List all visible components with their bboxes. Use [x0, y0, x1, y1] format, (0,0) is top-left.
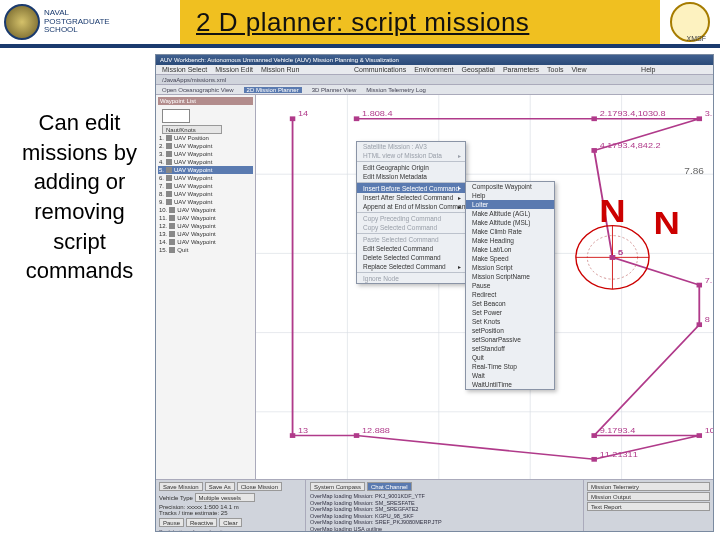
- context-menu-item[interactable]: Edit Mission Metadata: [357, 172, 465, 181]
- submenu-item[interactable]: Composite Waypoint: [466, 182, 554, 191]
- menu-tools[interactable]: Tools: [547, 66, 563, 73]
- submenu-item[interactable]: Set Power: [466, 308, 554, 317]
- submenu-item[interactable]: Set Knots: [466, 317, 554, 326]
- units-button[interactable]: Naut/Knots: [162, 125, 222, 134]
- waypoint-row[interactable]: 14.UAV Waypoint: [158, 238, 253, 246]
- submenu-item[interactable]: Set Beacon: [466, 299, 554, 308]
- waypoint-row[interactable]: 11.UAV Waypoint: [158, 214, 253, 222]
- waypoint-row[interactable]: 7.UAV Waypoint: [158, 182, 253, 190]
- svg-text:N: N: [654, 205, 680, 240]
- waypoint-marker[interactable]: 12.888: [354, 426, 390, 438]
- tab-telemetry[interactable]: Mission Telemetry Log: [366, 87, 426, 93]
- waypoint-marker[interactable]: 7.190 C,1030.8: [697, 275, 713, 287]
- submenu-item[interactable]: Real-Time Stop: [466, 362, 554, 371]
- submenu-item[interactable]: Pause: [466, 281, 554, 290]
- text-report-button[interactable]: Text Report: [587, 502, 710, 511]
- svg-rect-14: [354, 116, 359, 121]
- menu-communications[interactable]: Communications: [354, 66, 406, 73]
- menu-mission-edit[interactable]: Mission Edit: [215, 66, 253, 73]
- context-menu-item[interactable]: Edit Geographic Origin: [357, 161, 465, 172]
- waypoint-row[interactable]: 15.Quit: [158, 246, 253, 254]
- svg-text:9.1793.4: 9.1793.4: [600, 426, 636, 435]
- submenu-item[interactable]: Make Climb Rate: [466, 227, 554, 236]
- waypoint-marker[interactable]: 10.2253.1793.4: [697, 426, 713, 438]
- context-menu[interactable]: Satellite Mission : AV3HTML view of Miss…: [356, 141, 466, 284]
- menu-environment[interactable]: Environment: [414, 66, 453, 73]
- submenu-item[interactable]: Wait: [466, 371, 554, 380]
- svg-text:12.888: 12.888: [362, 426, 390, 435]
- chat-channel-tab[interactable]: Chat Channel: [367, 482, 412, 491]
- vehicle-type-select[interactable]: Multiple vessels: [195, 493, 255, 502]
- save-as-button[interactable]: Save As: [205, 482, 235, 491]
- context-menu-item[interactable]: Delete Selected Command: [357, 253, 465, 262]
- waypoint-row[interactable]: 5.UAV Waypoint: [158, 166, 253, 174]
- submenu-item[interactable]: Make Lat/Lon: [466, 245, 554, 254]
- svg-text:10.2253.1793.4: 10.2253.1793.4: [705, 426, 713, 435]
- svg-rect-32: [697, 433, 702, 438]
- chevron-right-icon: ▸: [458, 194, 461, 201]
- context-submenu[interactable]: Composite WaypointHelpLoiterMake Altitud…: [465, 181, 555, 390]
- menu-mission-select[interactable]: Mission Select: [162, 66, 207, 73]
- submenu-item[interactable]: Make Altitude (MSL): [466, 218, 554, 227]
- submenu-item[interactable]: WaitUntilTime: [466, 380, 554, 389]
- system-compass-tab[interactable]: System Compass: [310, 482, 365, 491]
- clear-button[interactable]: Clear: [219, 518, 241, 527]
- waypoint-icon: [166, 159, 172, 165]
- submenu-item[interactable]: Mission Script: [466, 263, 554, 272]
- log-output: OverMap loading Mission: PKJ_9001KDF_YTF…: [310, 493, 579, 532]
- waypoint-header: Waypoint List: [158, 97, 253, 105]
- waypoint-row[interactable]: 6.UAV Waypoint: [158, 174, 253, 182]
- submenu-item[interactable]: Make Speed: [466, 254, 554, 263]
- submenu-item[interactable]: Mission ScriptName: [466, 272, 554, 281]
- submenu-item[interactable]: Make Altitude (AGL): [466, 209, 554, 218]
- waypoint-row[interactable]: 13.UAV Waypoint: [158, 230, 253, 238]
- submenu-item[interactable]: Loiter: [466, 200, 554, 209]
- waypoint-marker[interactable]: 14: [290, 109, 309, 121]
- context-menu-item[interactable]: Insert Before Selected Command▸: [357, 182, 465, 193]
- waypoint-row[interactable]: 9.UAV Waypoint: [158, 198, 253, 206]
- menu-geospatial[interactable]: Geospatial: [461, 66, 494, 73]
- menu-parameters[interactable]: Parameters: [503, 66, 539, 73]
- close-mission-button[interactable]: Close Mission: [237, 482, 282, 491]
- mission-output-button[interactable]: Mission Output: [587, 492, 710, 501]
- save-mission-button[interactable]: Save Mission: [159, 482, 203, 491]
- submenu-item[interactable]: Quit: [466, 353, 554, 362]
- svg-text:4.1793.4,842.2: 4.1793.4,842.2: [600, 141, 661, 150]
- waypoint-marker[interactable]: 4.1793.4,842.2: [591, 141, 660, 153]
- menu-help[interactable]: Help: [641, 66, 655, 73]
- reactive-button[interactable]: Reactive: [186, 518, 217, 527]
- waypoint-icon: [166, 143, 172, 149]
- nps-seal-icon: [4, 4, 40, 40]
- waypoint-icon: [169, 207, 175, 213]
- submenu-item[interactable]: setStandoff: [466, 344, 554, 353]
- submenu-item[interactable]: Make Heading: [466, 236, 554, 245]
- map-pane[interactable]: N N 1.808.42.1793.4,1030.83.2253 C,1030.…: [256, 95, 713, 491]
- submenu-item[interactable]: Help: [466, 191, 554, 200]
- waypoint-row[interactable]: 12.UAV Waypoint: [158, 222, 253, 230]
- pause-button[interactable]: Pause: [159, 518, 184, 527]
- tab-2d-planner[interactable]: 2D Mission Planner: [244, 87, 302, 93]
- waypoint-icon: [169, 223, 175, 229]
- svg-text:N: N: [599, 193, 625, 228]
- submenu-item[interactable]: Redirect: [466, 290, 554, 299]
- mission-telemetry-button[interactable]: Mission Telemetry: [587, 482, 710, 491]
- context-menu-item[interactable]: Insert After Selected Command▸: [357, 193, 465, 202]
- menu-mission-run[interactable]: Mission Run: [261, 66, 300, 73]
- waypoint-row[interactable]: 1.UAV Position: [158, 134, 253, 142]
- context-menu-item[interactable]: Edit Selected Command: [357, 244, 465, 253]
- waypoint-row[interactable]: 10.UAV Waypoint: [158, 206, 253, 214]
- waypoint-row[interactable]: 4.UAV Waypoint: [158, 158, 253, 166]
- tab-3d-planner[interactable]: 3D Planner View: [312, 87, 357, 93]
- waypoint-row[interactable]: 8.UAV Waypoint: [158, 190, 253, 198]
- tab-oceanographic[interactable]: Open Oceanographic View: [162, 87, 234, 93]
- context-menu-item[interactable]: Append at End of Mission Commands▸: [357, 202, 465, 211]
- submenu-item[interactable]: setSonarPassive: [466, 335, 554, 344]
- waypoint-row[interactable]: 2.UAV Waypoint: [158, 142, 253, 150]
- submenu-item[interactable]: setPosition: [466, 326, 554, 335]
- context-menu-item[interactable]: Replace Selected Command▸: [357, 262, 465, 271]
- chevron-right-icon: ▸: [458, 263, 461, 270]
- waypoint-marker[interactable]: 3.2253 C,1030.8: [697, 109, 713, 121]
- waypoint-row[interactable]: 3.UAV Waypoint: [158, 150, 253, 158]
- menu-view[interactable]: View: [571, 66, 586, 73]
- waypoint-marker[interactable]: 11.21311: [591, 450, 638, 462]
